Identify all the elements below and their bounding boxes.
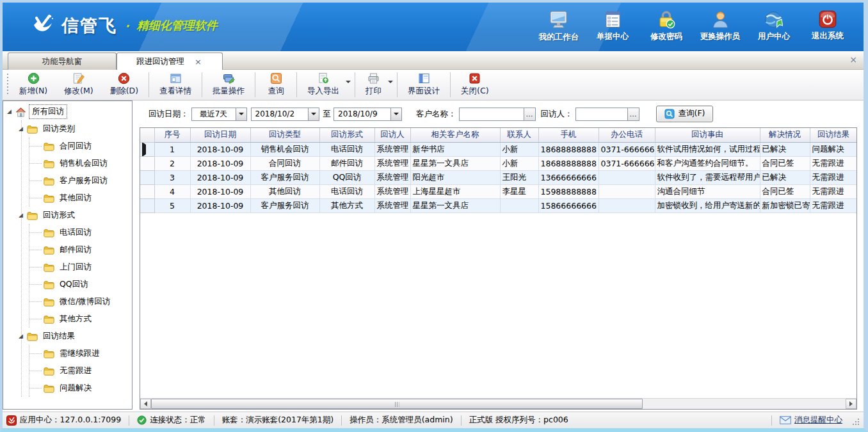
toolbar-button-label: 界面设计 bbox=[408, 86, 440, 97]
horizontal-scrollbar[interactable] bbox=[140, 398, 856, 409]
tree-node-leaf[interactable]: 无需跟进 bbox=[29, 362, 132, 380]
tree-node-leaf[interactable]: 问题解决 bbox=[29, 380, 132, 397]
tree-connector bbox=[29, 284, 42, 285]
table-row[interactable]: 22018-10-09合同回访邮件回访系统管理星星第一文具店小新18688888… bbox=[140, 156, 857, 170]
message-center-link[interactable]: 消息提醒中心 bbox=[780, 415, 842, 426]
table-row[interactable]: 32018-10-09客户服务回访QQ回访系统管理阳光超市王阳光13666666… bbox=[140, 170, 857, 184]
visit-date-label: 回访日期： bbox=[149, 109, 189, 120]
tree-node-group[interactable]: ◢回访结果 bbox=[22, 328, 132, 345]
chevron-down-icon[interactable] bbox=[308, 108, 319, 120]
header-nav-documents[interactable]: 单据中心 bbox=[586, 10, 639, 43]
column-header[interactable]: 办公电话 bbox=[599, 128, 655, 142]
toolbar-button-close-window[interactable]: 关闭(C) bbox=[453, 70, 497, 100]
tab-function-nav[interactable]: 功能导航窗 bbox=[8, 52, 117, 70]
table-cell: 系统管理 bbox=[374, 170, 410, 184]
toolbar-button-edit[interactable]: 修改(M) bbox=[56, 70, 102, 100]
tree-node-leaf[interactable]: 其他回访 bbox=[29, 189, 132, 207]
column-header[interactable]: 回访形式 bbox=[319, 128, 374, 142]
tree-node-leaf[interactable]: 客户服务回访 bbox=[29, 172, 132, 189]
header-nav-power[interactable]: 退出系统 bbox=[801, 10, 855, 43]
scroll-left-arrow-icon[interactable] bbox=[140, 399, 151, 409]
tab-followup-visits[interactable]: 跟进回访管理 × bbox=[117, 52, 223, 70]
tree-expander-icon[interactable]: ◢ bbox=[19, 333, 25, 339]
toolbar-button-print[interactable]: 打印 bbox=[357, 70, 395, 100]
toolbar-button-search[interactable]: 查询 bbox=[257, 70, 294, 100]
query-button[interactable]: 查询(F) bbox=[656, 106, 714, 122]
tree-node-root[interactable]: ◢所有回访 bbox=[3, 103, 132, 120]
column-header[interactable]: 手机 bbox=[538, 128, 599, 142]
column-header[interactable]: 回访结果 bbox=[810, 128, 857, 142]
toolbar-grip[interactable] bbox=[6, 74, 9, 96]
row-selector-cell[interactable] bbox=[140, 184, 154, 198]
table-cell: 2018-10-09 bbox=[190, 198, 250, 212]
toolbar-button-details[interactable]: 查看详情 bbox=[151, 70, 200, 100]
date-range-preset-combo[interactable]: 最近7天 bbox=[191, 108, 247, 121]
toolbar-button-add[interactable]: 新增(N) bbox=[11, 70, 56, 100]
row-selector-cell[interactable] bbox=[140, 142, 154, 156]
tree-expander-icon[interactable]: ◢ bbox=[7, 109, 13, 115]
tree-node-group[interactable]: ◢回访形式 bbox=[22, 207, 132, 224]
dropdown-caret-icon[interactable] bbox=[346, 81, 351, 83]
tree-expander-icon[interactable]: ◢ bbox=[19, 212, 25, 218]
toolbar-button-ui-design[interactable]: 界面设计 bbox=[399, 70, 448, 100]
table-row[interactable]: 52018-10-09客户服务回访其他方式系统管理星星第一文具店15866666… bbox=[140, 198, 857, 212]
column-header[interactable]: 相关客户名称 bbox=[410, 128, 500, 142]
header-nav-globe[interactable]: 用户中心 bbox=[747, 10, 801, 43]
row-selector-cell[interactable] bbox=[140, 198, 154, 212]
tree-node-leaf[interactable]: 电话回访 bbox=[29, 224, 132, 241]
tree-expander-icon[interactable]: ◢ bbox=[19, 126, 25, 132]
tree-node-leaf[interactable]: QQ回访 bbox=[29, 276, 132, 293]
tree-node-label: 邮件回访 bbox=[57, 243, 94, 257]
table-cell bbox=[599, 184, 655, 198]
table-cell: 合同回访 bbox=[250, 156, 319, 170]
table-cell: 客户服务回访 bbox=[250, 170, 319, 184]
date-from-combo[interactable]: 2018/10/2 bbox=[251, 108, 319, 121]
column-header[interactable]: 回访事由 bbox=[655, 128, 760, 142]
visitor-input[interactable] bbox=[576, 108, 627, 120]
customer-name-input[interactable] bbox=[460, 108, 524, 120]
resize-grip[interactable] bbox=[851, 417, 860, 426]
column-header[interactable]: 序号 bbox=[154, 128, 190, 142]
tree-node-leaf[interactable]: 销售机会回访 bbox=[29, 155, 132, 172]
folder-icon bbox=[27, 332, 38, 341]
toolbar-button-import-export[interactable]: 导入导出 bbox=[299, 70, 353, 100]
table-row[interactable]: 12018-10-09销售机会回访电话回访系统管理新华书店小新186888888… bbox=[140, 142, 857, 156]
header-nav-label: 我的工作台 bbox=[539, 32, 579, 43]
tab-close-icon[interactable]: × bbox=[193, 58, 203, 66]
tree-node-leaf[interactable]: 合同回访 bbox=[29, 138, 132, 155]
column-header[interactable]: 解决情况 bbox=[760, 128, 810, 142]
column-header[interactable]: 回访人 bbox=[374, 128, 410, 142]
table-row[interactable]: 42018-10-09其他回访电话回访系统管理上海星星超市李星星15988888… bbox=[140, 184, 857, 198]
chevron-down-icon[interactable] bbox=[236, 108, 246, 120]
table-cell: 15988888888 bbox=[538, 184, 599, 198]
header-nav-user-switch[interactable]: 更换操作员 bbox=[693, 10, 747, 43]
tree-node-leaf[interactable]: 邮件回访 bbox=[29, 241, 132, 259]
visitor-lookup-button[interactable]: … bbox=[627, 108, 639, 120]
tree-node-leaf[interactable]: 其他方式 bbox=[29, 310, 132, 328]
app-center-status: 应用中心：127.0.0.1:7099 bbox=[6, 415, 121, 426]
customer-lookup-button[interactable]: … bbox=[524, 108, 535, 120]
dropdown-caret-icon[interactable] bbox=[388, 81, 393, 83]
tree-node-leaf[interactable]: 微信/微博回访 bbox=[29, 293, 132, 310]
header-nav-workstation[interactable]: 我的工作台 bbox=[532, 10, 586, 43]
row-selector-cell[interactable] bbox=[140, 156, 154, 170]
toolbar-button-delete[interactable]: 删除(D) bbox=[102, 70, 147, 100]
tree-node-leaf[interactable]: 上门回访 bbox=[29, 259, 132, 276]
tree-node-group[interactable]: ◢回访类别 bbox=[22, 120, 132, 138]
header-nav-lock[interactable]: 修改密码 bbox=[639, 10, 693, 43]
app-center-text: 应用中心：127.0.0.1:7099 bbox=[20, 415, 121, 426]
scroll-right-arrow-icon[interactable] bbox=[846, 399, 856, 409]
panel-close-icon[interactable]: × bbox=[849, 55, 857, 64]
chevron-down-icon[interactable] bbox=[390, 108, 401, 120]
tree-node-label: 回访形式 bbox=[40, 209, 77, 222]
row-selector-cell[interactable] bbox=[140, 170, 154, 184]
column-header[interactable]: 联系人 bbox=[500, 128, 538, 142]
toolbar-button-batch[interactable]: 批量操作 bbox=[204, 70, 253, 100]
column-header[interactable]: 回访类型 bbox=[250, 128, 319, 142]
visitor-label: 回访人： bbox=[541, 109, 573, 120]
date-to-combo[interactable]: 2018/10/9 bbox=[334, 108, 402, 121]
scrollbar-thumb[interactable] bbox=[151, 399, 643, 409]
license-status: 正式版 授权序列号：pc006 bbox=[469, 415, 568, 426]
column-header[interactable]: 回访日期 bbox=[190, 128, 250, 142]
tree-node-leaf[interactable]: 需继续跟进 bbox=[29, 345, 132, 362]
